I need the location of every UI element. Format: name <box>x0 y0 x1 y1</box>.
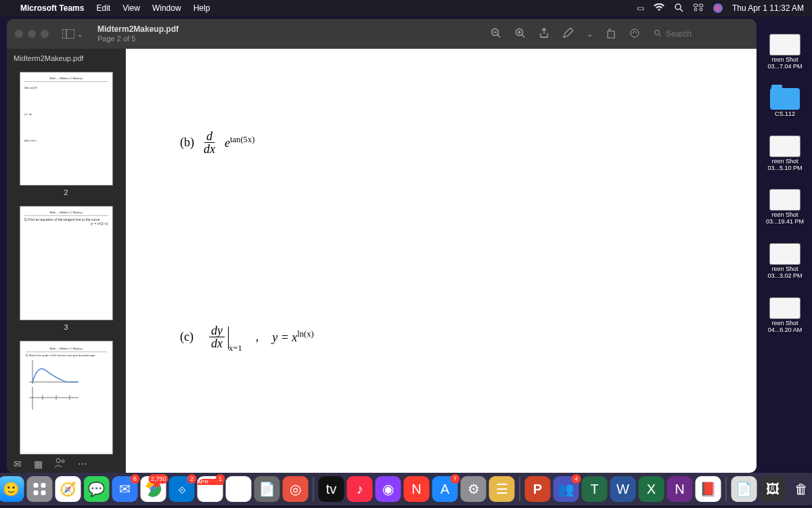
c-numerator: dy <box>209 324 225 337</box>
b-denominator: dx <box>202 143 217 155</box>
dock-excel[interactable]: X <box>639 476 664 502</box>
problem-c: (c) dy dx x=1 , y = xln(x) <box>180 324 716 350</box>
desktop-item-folder-cs112[interactable]: CS.112 <box>763 88 807 118</box>
dock-powerpoint[interactable]: P <box>525 476 551 502</box>
c-eval-point: x=1 <box>229 343 242 354</box>
svg-line-1 <box>680 9 683 12</box>
svg-rect-6 <box>62 29 74 39</box>
menu-window[interactable]: Window <box>152 3 181 13</box>
dock-appletv[interactable]: tv <box>319 476 344 502</box>
dock-trash[interactable]: 🗑 <box>788 476 813 502</box>
dock-preview[interactable]: 📄 <box>254 476 280 502</box>
traffic-lights <box>15 30 49 38</box>
dock-messages[interactable]: 💬 <box>84 476 110 502</box>
svg-rect-2 <box>694 4 698 7</box>
chevron-down-icon: ⌄ <box>77 30 83 38</box>
preview-window: ⌄ Midterm2Makeup.pdf Page 2 of 5 ⌄ <box>7 19 757 473</box>
dock-canvas[interactable]: ◎ <box>283 476 309 502</box>
desktop-icons: reen Shot 03...7.04 PM CS.112 reen Shot … <box>761 34 809 334</box>
problem-b: (b) d dx etan(5x) <box>180 130 716 155</box>
dock-appstore[interactable]: A7 <box>432 476 458 502</box>
dock-onenote[interactable]: N <box>667 476 693 502</box>
dock-finder[interactable]: 🙂 <box>0 476 24 502</box>
dock-pdf[interactable]: 📕 <box>696 476 721 502</box>
close-button[interactable] <box>15 30 23 38</box>
window-title: Midterm2Makeup.pdf <box>97 24 179 34</box>
dock-podcasts[interactable]: ◉ <box>376 476 401 502</box>
clock[interactable]: Thu Apr 1 11:32 AM <box>732 3 804 13</box>
b-expression: etan(5x) <box>225 135 254 150</box>
more-icon[interactable]: ⋯ <box>78 459 87 469</box>
siri-icon[interactable] <box>713 3 723 13</box>
battery-icon[interactable]: ▭ <box>637 3 644 13</box>
svg-rect-29 <box>41 483 46 488</box>
svg-line-10 <box>497 35 500 37</box>
dock-teams[interactable]: 👥4 <box>554 476 579 502</box>
dock-recent-2[interactable]: 🖼 <box>760 476 786 502</box>
dock-separator-2 <box>520 477 520 501</box>
highlight-icon[interactable] <box>629 28 640 41</box>
dock-news[interactable]: N <box>404 476 430 502</box>
svg-rect-31 <box>41 490 46 495</box>
dock-app-t[interactable]: T <box>582 476 608 502</box>
sidebar-title: Midterm2Makeup.pdf <box>7 49 125 68</box>
dock-vscode[interactable]: ⟐2 <box>169 476 195 502</box>
control-center-icon[interactable] <box>693 3 704 14</box>
desktop-item-screenshot-3[interactable]: reen Shot 03...19.41 PM <box>763 189 807 226</box>
desktop-item-screenshot-4[interactable]: reen Shot 03...3.02 PM <box>763 243 807 280</box>
page-indicator: Page 2 of 5 <box>97 35 179 43</box>
svg-point-27 <box>62 460 64 463</box>
dock-recent-1[interactable]: 📄 <box>731 476 757 502</box>
thumbnail-label-3: 3 <box>7 323 125 331</box>
thumbnail-page-2[interactable]: Math — Midterm 2 Makeup d/dx sin(x²) ∫ e… <box>20 72 113 186</box>
b-numerator: d <box>204 130 215 143</box>
chevron-down-icon[interactable]: ⌄ <box>587 30 593 39</box>
dock-calendar[interactable]: APR1 1 <box>198 476 223 502</box>
thumbnail-page-4[interactable]: Math — Midterm 2 Makeup 3) Sketch the gr… <box>20 341 113 455</box>
dock-notes[interactable]: ☰ <box>489 476 515 502</box>
c-comma: , <box>256 330 259 344</box>
svg-point-0 <box>675 4 681 9</box>
desktop-item-screenshot-1[interactable]: reen Shot 03...7.04 PM <box>763 34 807 70</box>
dock-music[interactable]: ♪ <box>347 476 373 502</box>
svg-point-16 <box>631 29 639 37</box>
dock-system-preferences[interactable]: ⚙ <box>461 476 487 502</box>
fullscreen-button[interactable] <box>41 30 49 38</box>
c-denominator: dx <box>209 337 225 350</box>
app-name[interactable]: Microsoft Teams <box>20 3 84 13</box>
thumbnail-page-3[interactable]: Math — Midterm 2 Makeup 2) Find an equat… <box>20 206 113 320</box>
svg-point-4 <box>694 8 697 11</box>
grid-icon[interactable]: ▦ <box>34 459 43 469</box>
svg-point-26 <box>56 459 60 463</box>
menu-view[interactable]: View <box>122 3 140 13</box>
dock: 🙂 🧭 💬 ✉6 2,750 ⟐2 APR1 1 ☑ 📄 ◎ tv ♪ ◉ N … <box>0 473 812 505</box>
markup-icon[interactable] <box>562 28 573 41</box>
search-input[interactable] <box>666 29 734 39</box>
menu-edit[interactable]: Edit <box>96 3 110 13</box>
desktop-item-screenshot-5[interactable]: reen Shot 04...6.20 AM <box>763 297 807 334</box>
zoom-out-icon[interactable] <box>491 28 501 41</box>
menu-help[interactable]: Help <box>194 3 210 13</box>
dock-launchpad[interactable] <box>27 476 53 502</box>
dock-mail[interactable]: ✉6 <box>112 476 138 502</box>
desktop-item-screenshot-2[interactable]: reen Shot 03...5.10 PM <box>763 135 807 172</box>
dock-word[interactable]: W <box>610 476 636 502</box>
rotate-icon[interactable] <box>606 28 616 41</box>
svg-rect-28 <box>34 483 39 488</box>
spotlight-icon[interactable] <box>674 3 683 14</box>
document-viewport[interactable]: (b) d dx etan(5x) (c) dy dx <box>126 49 757 473</box>
contacts-icon[interactable] <box>55 458 66 469</box>
minimize-button[interactable] <box>28 30 36 38</box>
svg-rect-3 <box>699 4 703 7</box>
dock-chrome[interactable]: 2,750 <box>141 476 166 502</box>
dock-reminders[interactable]: ☑ <box>226 476 252 502</box>
share-icon[interactable] <box>539 28 549 41</box>
wifi-icon[interactable] <box>654 3 664 14</box>
svg-line-14 <box>522 35 524 37</box>
problem-b-label: (b) <box>180 135 194 150</box>
svg-line-18 <box>659 35 661 37</box>
dock-safari[interactable]: 🧭 <box>55 476 81 502</box>
sidebar-toggle[interactable]: ⌄ <box>62 29 83 39</box>
zoom-in-icon[interactable] <box>515 28 526 41</box>
mail-icon[interactable]: ✉ <box>14 459 22 469</box>
